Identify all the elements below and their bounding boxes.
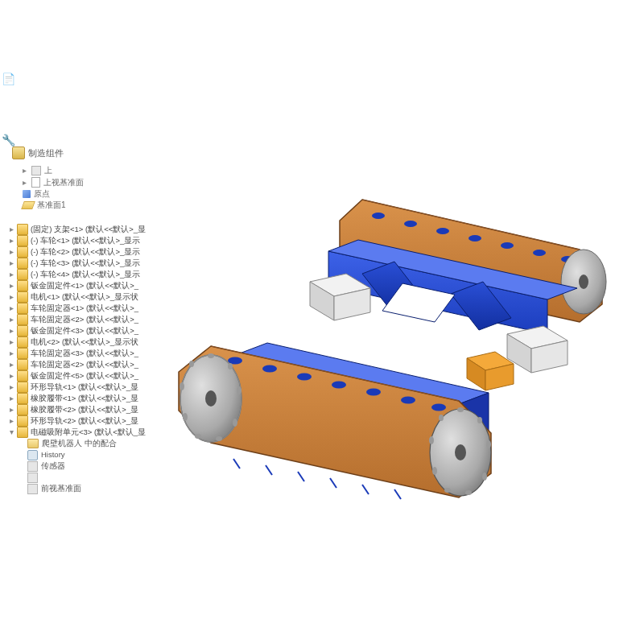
svg-line-23: [394, 489, 401, 499]
expand-arrow-icon[interactable]: [8, 348, 14, 359]
model-svg: [161, 153, 644, 523]
component-label: 电磁吸附单元<3> (默认<默认_显: [31, 427, 146, 438]
tree-component-row[interactable]: 环形导轨<1> (默认<<默认>_显: [8, 382, 185, 393]
component-icon: [17, 269, 28, 280]
expand-arrow-icon[interactable]: [8, 291, 14, 303]
expand-arrow-icon[interactable]: [8, 427, 14, 438]
component-icon: [17, 246, 28, 258]
svg-point-1: [404, 221, 417, 227]
svg-point-26: [208, 353, 214, 358]
expand-arrow-icon[interactable]: [8, 224, 14, 235]
component-label: (固定) 支架<1> (默认<<默认>_显: [31, 224, 146, 235]
svg-point-39: [486, 440, 491, 448]
tree-component-row[interactable]: 钣金固定件<1> (默认<<默认>_: [8, 280, 185, 291]
rail-icon-2[interactable]: 🔧: [2, 134, 18, 147]
component-icon: [17, 336, 28, 348]
tree-component-row[interactable]: 橡胶履带<1> (默认<<默认>_显: [8, 393, 185, 404]
left-rail: 📄 🔧: [2, 72, 18, 147]
svg-point-34: [189, 361, 194, 367]
assembly-header[interactable]: 制造组件: [12, 147, 64, 159]
component-icon: [17, 235, 28, 246]
tree-component-row[interactable]: (-) 车轮<4> (默认<<默认>_显示: [8, 269, 185, 280]
component-icon: [17, 382, 28, 393]
svg-point-10: [228, 357, 242, 365]
svg-line-19: [266, 465, 272, 475]
svg-point-27: [228, 363, 233, 369]
tree-component-row[interactable]: 电机<1> (默认<<默认>_显示状: [8, 291, 185, 303]
expand-arrow-icon[interactable]: [8, 269, 14, 280]
component-label: 环形导轨<1> (默认<<默认>_显: [31, 382, 138, 393]
svg-point-25: [180, 355, 242, 442]
svg-point-44: [429, 436, 434, 444]
mates-folder[interactable]: 爬壁机器人 中的配合: [24, 438, 185, 449]
feature-tree[interactable]: (固定) 支架<1> (默认<<默认>_显(-) 车轮<1> (默认<<默认>_…: [8, 224, 185, 494]
expand-arrow-icon[interactable]: [8, 393, 14, 404]
tree-component-row[interactable]: 钣金固定件<3> (默认<<默认>_: [8, 325, 185, 336]
svg-point-11: [262, 365, 277, 373]
tree-component-row[interactable]: (固定) 支架<1> (默认<<默认>_显: [8, 224, 185, 235]
svg-point-43: [432, 467, 437, 475]
component-icon: [17, 404, 28, 415]
svg-point-0: [372, 213, 385, 219]
component-icon: [17, 427, 28, 438]
svg-point-14: [366, 389, 381, 396]
tree-component-row[interactable]: (-) 车轮<1> (默认<<默认>_显示: [8, 235, 185, 246]
tree-component-row[interactable]: 车轮固定器<1> (默认<<默认>_: [8, 303, 185, 314]
anchor-origin[interactable]: 原点: [23, 189, 84, 199]
history-folder[interactable]: History: [24, 449, 185, 460]
tree-component-row[interactable]: 车轮固定器<2> (默认<<默认>_: [8, 359, 185, 370]
expand-arrow-icon[interactable]: [8, 235, 14, 246]
rail-icon-1[interactable]: 📄: [2, 72, 18, 85]
expand-arrow-icon[interactable]: [8, 404, 14, 415]
tree-component-row[interactable]: 车轮固定器<2> (默认<<默认>_: [8, 314, 185, 325]
front-plane-item[interactable]: 前视基准面: [24, 483, 185, 494]
tree-component-row[interactable]: 车轮固定器<3> (默认<<默认>_: [8, 348, 185, 359]
svg-point-28: [237, 386, 242, 394]
component-icon: [17, 258, 28, 269]
component-label: 电机<1> (默认<<默认>_显示状: [31, 291, 138, 303]
tree-component-row[interactable]: 橡胶履带<2> (默认<<默认>_显: [8, 404, 185, 415]
sensor-item[interactable]: 传感器: [24, 460, 185, 472]
tree-component-row[interactable]: 环形导轨<2> (默认<<默认>_显: [8, 415, 185, 427]
expand-arrow-icon[interactable]: [8, 382, 14, 393]
front-plane-item-icon: [27, 484, 38, 494]
svg-line-22: [362, 485, 369, 494]
expand-arrow-icon[interactable]: [8, 415, 14, 427]
component-label: 橡胶履带<1> (默认<<默认>_显: [31, 393, 138, 404]
assembly-icon: [12, 147, 25, 159]
svg-point-4: [501, 242, 514, 249]
expand-arrow-icon[interactable]: [8, 314, 14, 325]
sub-label: 爬壁机器人 中的配合: [42, 438, 117, 449]
svg-line-20: [298, 472, 304, 481]
expand-arrow-icon[interactable]: [8, 359, 14, 370]
svg-point-41: [465, 490, 472, 495]
anchor-row[interactable]: 上: [23, 166, 84, 175]
component-label: 车轮固定器<1> (默认<<默认>_: [31, 303, 138, 314]
svg-point-15: [401, 397, 415, 404]
sub-label: 前视基准面: [41, 483, 81, 494]
expand-arrow-icon[interactable]: [8, 370, 14, 382]
tree-anchors: 上 上视基准面 原点 基准面1: [23, 166, 84, 210]
expand-arrow-icon[interactable]: [8, 246, 14, 258]
plane-icon: [21, 201, 35, 209]
expand-arrow-icon[interactable]: [8, 280, 14, 291]
expand-arrow-icon[interactable]: [8, 325, 14, 336]
expand-arrow-icon[interactable]: [8, 303, 14, 314]
component-label: 车轮固定器<2> (默认<<默认>_: [31, 314, 138, 325]
tree-component-row[interactable]: 电磁吸附单元<3> (默认<默认_显: [8, 427, 185, 438]
component-label: 钣金固定件<5> (默认<<默认>_: [31, 370, 138, 382]
tree-component-row[interactable]: 钣金固定件<5> (默认<<默认>_: [8, 370, 185, 382]
notes-item[interactable]: [24, 472, 185, 483]
anchor-row[interactable]: 上视基准面: [23, 177, 84, 188]
component-label: (-) 车轮<4> (默认<<默认>_显示: [31, 269, 140, 280]
component-icon: [17, 359, 28, 370]
tree-component-row[interactable]: (-) 车轮<3> (默认<<默认>_显示: [8, 258, 185, 269]
svg-point-24: [180, 355, 242, 442]
tree-component-row[interactable]: (-) 车轮<2> (默认<<默认>_显示: [8, 246, 185, 258]
expand-arrow-icon[interactable]: [8, 258, 14, 269]
tree-component-row[interactable]: 电机<2> (默认<<默认>_显示状: [8, 336, 185, 348]
component-icon: [17, 280, 28, 291]
expand-arrow-icon[interactable]: [8, 336, 14, 348]
assembly-label: 制造组件: [28, 147, 64, 159]
anchor-plane[interactable]: 基准面1: [23, 200, 84, 210]
